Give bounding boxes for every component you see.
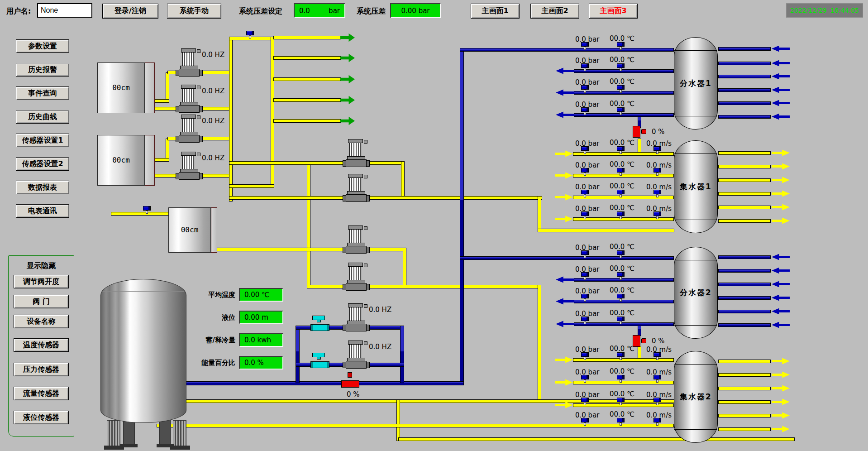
- sensor-stem: [584, 277, 586, 280]
- temperature-sensor: [617, 375, 625, 383]
- valve-handle: [641, 338, 646, 343]
- pump-8[interactable]: [343, 262, 369, 291]
- pump-stub: [197, 86, 200, 89]
- pipe-segment: [538, 196, 541, 232]
- tank-foot: [120, 444, 138, 447]
- flow-arrow-green: [340, 75, 355, 84]
- metric-display-3: 0.0 %: [239, 356, 283, 369]
- pump-9[interactable]: [343, 303, 369, 331]
- pump-frequency-label: 0.0 HZ: [202, 154, 224, 162]
- sensor-stem: [584, 194, 586, 197]
- sensor-stem: [584, 112, 586, 115]
- pump-10[interactable]: [343, 340, 369, 369]
- velocity-value-label: 0.0 m/s: [646, 183, 672, 191]
- pipe-segment: [538, 229, 674, 232]
- flow-arrow-green: [340, 53, 355, 62]
- pump-frequency-label: 0.0 HZ: [369, 343, 391, 351]
- pump-flange: [343, 160, 346, 167]
- pressure-value-label: 0.0 bar: [575, 161, 600, 169]
- pipe-segment: [229, 184, 274, 188]
- velocity-value-label: 0.0 m/s: [646, 368, 672, 376]
- pump-1[interactable]: [176, 48, 202, 77]
- pump-base: [346, 194, 367, 202]
- flow-arrow: [555, 194, 573, 201]
- regulating-valve-red-1[interactable]: [633, 125, 646, 139]
- pressure-value-label: 0.0 bar: [575, 57, 600, 65]
- flow-arrow: [555, 216, 573, 222]
- pump-flange: [199, 70, 203, 76]
- pump-flange: [199, 106, 203, 112]
- temperature-sensor: [617, 42, 625, 50]
- pipe-segment: [185, 381, 464, 385]
- pressure-value-label: 0.0 bar: [575, 183, 600, 191]
- supply-pipe: [718, 323, 771, 327]
- supply-pipe: [718, 310, 771, 313]
- pump-7[interactable]: [343, 225, 369, 254]
- temperature-sensor: [617, 398, 625, 405]
- sensor-stem: [620, 277, 622, 280]
- temperature-sensor: [617, 272, 625, 280]
- sensor-stem: [620, 216, 622, 219]
- pump-stub: [197, 115, 200, 119]
- temperature-sensor: [617, 168, 625, 176]
- pipe-segment: [400, 326, 404, 383]
- pump-stub: [364, 226, 367, 230]
- flow-arrow: [772, 281, 790, 288]
- pump-3[interactable]: [176, 114, 202, 143]
- sensor-stem: [584, 47, 586, 50]
- temperature-value-label: 00.0 ℃: [610, 410, 634, 418]
- pump-flange: [199, 173, 203, 179]
- temperature-sensor: [617, 294, 625, 302]
- pump-flange: [366, 284, 370, 290]
- pump-flange: [366, 247, 370, 253]
- pump-flange: [199, 136, 203, 142]
- pump-5[interactable]: [343, 139, 369, 167]
- tank-leg: [123, 418, 135, 446]
- control-valve-cyan-2[interactable]: [310, 353, 330, 368]
- flow-arrow: [772, 358, 790, 365]
- sensor-stem: [620, 422, 622, 426]
- pipe-segment: [403, 248, 406, 288]
- pressure-value-label: 0.0 bar: [575, 78, 600, 86]
- sensor-stem: [620, 68, 622, 71]
- control-valve-cyan-1[interactable]: [310, 316, 330, 331]
- flow-arrow: [772, 321, 790, 328]
- pump-frequency-label: 0.0 HZ: [202, 87, 224, 95]
- sensor-stem: [656, 402, 658, 405]
- pump-4[interactable]: [176, 151, 202, 180]
- flow-arrow: [772, 113, 790, 120]
- return-pipe: [718, 387, 771, 390]
- regulating-valve-red-2[interactable]: [633, 334, 646, 348]
- flow-arrow: [772, 412, 790, 419]
- temperature-value-label: 00.0 ℃: [610, 367, 634, 375]
- return-pipe: [718, 414, 771, 417]
- valve-body: [633, 126, 640, 138]
- sensor-stem: [584, 402, 586, 405]
- temperature-value-label: 00.0 ℃: [610, 100, 634, 108]
- supply-pipe: [718, 88, 771, 92]
- velocity-value-label: 0.0 m/s: [646, 411, 672, 419]
- pipe-segment: [401, 161, 405, 200]
- pump-base: [179, 172, 200, 180]
- pump-6[interactable]: [343, 173, 369, 202]
- sensor-stem: [620, 194, 622, 197]
- pump-2[interactable]: [176, 84, 202, 113]
- flow-arrow: [556, 89, 574, 96]
- flow-arrow: [772, 190, 790, 197]
- temperature-value-label: 00.0 ℃: [610, 345, 634, 353]
- sensor-stem: [620, 402, 622, 405]
- valve-body: [341, 380, 359, 388]
- regulating-valve-red-3[interactable]: [341, 372, 360, 389]
- pipe-segment: [307, 285, 541, 288]
- manifold-name: 分水器2: [674, 247, 717, 338]
- temperature-value-label: 00.0 ℃: [610, 34, 634, 43]
- tank-level-label: 00cm: [168, 226, 211, 234]
- valve-body: [633, 335, 640, 347]
- flow-arrow: [772, 60, 790, 67]
- flow-arrow: [772, 100, 790, 106]
- pump-motor: [349, 344, 362, 358]
- sensor-stem: [584, 151, 586, 154]
- pipe-segment: [396, 399, 400, 441]
- pump-flange: [176, 70, 179, 76]
- sensor-stem: [584, 321, 586, 324]
